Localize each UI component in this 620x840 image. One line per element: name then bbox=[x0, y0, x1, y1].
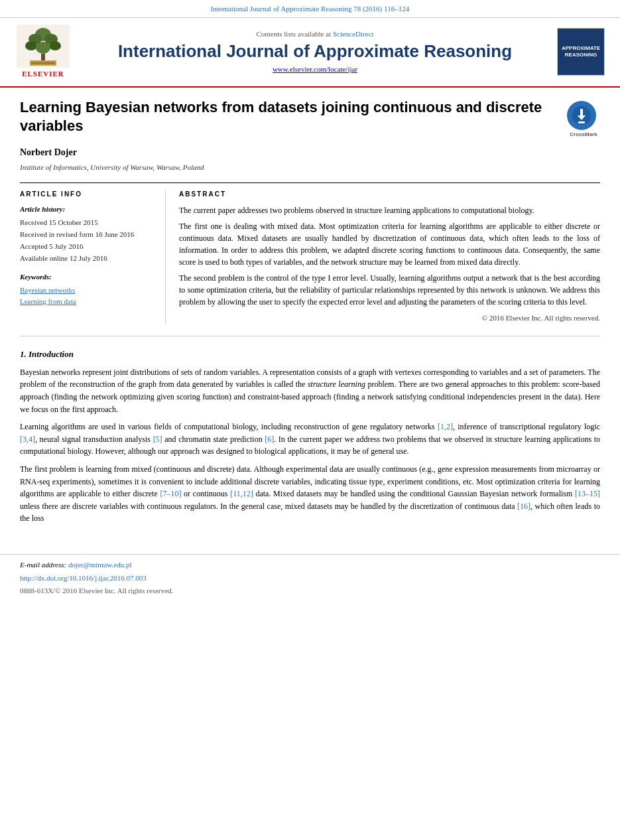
svg-rect-14 bbox=[578, 121, 585, 123]
abstract-column: Abstract The current paper addresses two… bbox=[179, 190, 600, 324]
affiliation: Institute of Informatics, University of … bbox=[20, 163, 600, 173]
svg-point-4 bbox=[25, 41, 37, 50]
doi-link[interactable]: http://dx.doi.org/10.1016/j.ijar.2016.07… bbox=[20, 574, 147, 582]
ref-11-12[interactable]: [11,12] bbox=[230, 489, 253, 498]
ref-16[interactable]: [16] bbox=[517, 502, 530, 511]
ref-5[interactable]: [5] bbox=[153, 435, 162, 444]
journal-url-link[interactable]: www.elsevier.com/locate/ijar bbox=[273, 65, 357, 73]
footer-email: E-mail address: dojer@mimuw.edu.pl bbox=[20, 560, 600, 571]
main-content: Learning Bayesian networks from datasets… bbox=[0, 88, 620, 547]
abstract-para-1: The current paper addresses two problems… bbox=[179, 204, 600, 216]
intro-para-3: The first problem is learning from mixed… bbox=[20, 463, 600, 525]
keywords-label: Keywords: bbox=[20, 272, 156, 283]
ref-6[interactable]: [6] bbox=[265, 435, 274, 444]
footer-issn: 0888-613X/© 2016 Elsevier Inc. All right… bbox=[20, 586, 600, 596]
footer: E-mail address: dojer@mimuw.edu.pl http:… bbox=[0, 554, 620, 600]
intro-para-2: Learning algorithms are used in various … bbox=[20, 421, 600, 458]
science-direct-link-text[interactable]: ScienceDirect bbox=[333, 30, 374, 38]
elsevier-logo-left: ELSEVIER bbox=[13, 25, 73, 80]
crossmark-badge: CrossMark bbox=[567, 101, 600, 138]
article-history-label: Article history: bbox=[20, 204, 156, 215]
science-direct-link: Contents lists available at ScienceDirec… bbox=[81, 29, 549, 40]
journal-header: ELSEVIER Contents lists available at Sci… bbox=[0, 18, 620, 88]
crossmark-label: CrossMark bbox=[567, 131, 600, 138]
article-info-column: Article Info Article history: Received 1… bbox=[20, 190, 166, 324]
email-link[interactable]: dojer@mimuw.edu.pl bbox=[68, 561, 132, 569]
received-date: Received 15 October 2015 bbox=[20, 218, 156, 228]
svg-point-6 bbox=[36, 42, 50, 54]
crossmark-icon bbox=[567, 101, 596, 130]
abstract-para-2: The first one is dealing with mixed data… bbox=[179, 220, 600, 268]
svg-rect-9 bbox=[31, 62, 55, 64]
journal-title-block: Contents lists available at ScienceDirec… bbox=[81, 29, 549, 75]
footer-doi: http://dx.doi.org/10.1016/j.ijar.2016.07… bbox=[20, 573, 600, 584]
section-divider bbox=[20, 336, 600, 336]
top-bar: International Journal of Approximate Rea… bbox=[0, 0, 620, 18]
journal-citation: International Journal of Approximate Rea… bbox=[211, 5, 409, 13]
article-info-abstract-section: Article Info Article history: Received 1… bbox=[20, 182, 600, 324]
author-name: Norbert Dojer bbox=[20, 146, 600, 159]
keyword-1[interactable]: Bayesian networks bbox=[20, 285, 156, 296]
abstract-heading: Abstract bbox=[179, 190, 600, 200]
available-online-date: Available online 12 July 2016 bbox=[20, 253, 156, 264]
journal-cover-image: APPROXIMATE REASONING bbox=[557, 28, 605, 76]
introduction-section: 1. Introduction Bayesian networks repres… bbox=[20, 348, 600, 525]
crossmark-svg bbox=[570, 104, 593, 127]
elsevier-label: ELSEVIER bbox=[22, 69, 64, 80]
svg-point-5 bbox=[49, 41, 61, 50]
journal-url: www.elsevier.com/locate/ijar bbox=[81, 64, 549, 75]
ref-3-4[interactable]: [3,4] bbox=[20, 435, 35, 444]
keyword-2[interactable]: Learning from data bbox=[20, 297, 156, 307]
article-title-block: Learning Bayesian networks from datasets… bbox=[20, 98, 600, 138]
journal-name: International Journal of Approximate Rea… bbox=[81, 41, 549, 62]
copyright-line: © 2016 Elsevier Inc. All rights reserved… bbox=[179, 313, 600, 324]
intro-para-1: Bayesian networks represent joint distri… bbox=[20, 366, 600, 415]
abstract-para-3: The second problem is the control of the… bbox=[179, 272, 600, 308]
article-title-text: Learning Bayesian networks from datasets… bbox=[20, 98, 556, 136]
ref-7-10[interactable]: [7–10] bbox=[160, 489, 181, 498]
abstract-text: The current paper addresses two problems… bbox=[179, 204, 600, 308]
ref-1-2[interactable]: [1,2] bbox=[438, 422, 453, 431]
accepted-date: Accepted 5 July 2016 bbox=[20, 242, 156, 252]
intro-heading: 1. Introduction bbox=[20, 348, 600, 361]
ref-13-15[interactable]: [13–15] bbox=[575, 489, 600, 498]
journal-logo-right: APPROXIMATE REASONING bbox=[557, 28, 607, 76]
received-revised-date: Received in revised form 16 June 2016 bbox=[20, 230, 156, 240]
article-info-heading: Article Info bbox=[20, 190, 156, 200]
elsevier-tree-icon bbox=[17, 25, 70, 68]
